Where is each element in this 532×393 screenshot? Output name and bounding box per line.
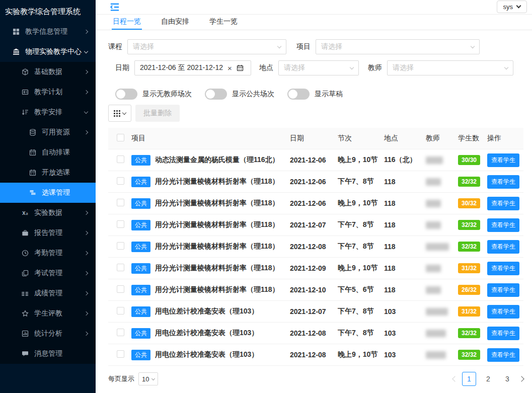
col-header-date: 日期 xyxy=(290,134,338,143)
view-students-button[interactable]: 查看学生 xyxy=(487,197,519,210)
project-select[interactable]: 请选择 xyxy=(316,39,480,54)
menu-fold-icon[interactable] xyxy=(110,2,120,12)
project-name: 用分光计测量棱镜材料折射率（理118） xyxy=(155,220,279,229)
chevron-down-icon xyxy=(350,65,354,69)
sidebar-item-teaching-plan[interactable]: 教学计划 xyxy=(0,82,96,102)
row-checkbox[interactable] xyxy=(117,220,124,228)
sidebar-item-score-mgmt[interactable]: 成绩管理 xyxy=(0,283,96,303)
clear-date-icon[interactable]: × xyxy=(227,64,232,72)
session-location: 118 xyxy=(384,178,426,186)
row-checkbox[interactable] xyxy=(117,307,124,315)
next-page-icon[interactable] xyxy=(518,376,524,381)
sidebar-item-physics-center[interactable]: 物理实验教学中心 xyxy=(0,42,96,62)
row-checkbox[interactable] xyxy=(117,285,124,293)
sidebar-item-course-selection-mgmt[interactable]: 选课管理 xyxy=(0,183,96,203)
project-name: 用电位差计校准毫安表（理103） xyxy=(155,350,258,359)
sidebar-item-report-mgmt[interactable]: 报告管理 xyxy=(0,223,96,243)
tab-free-arrange[interactable]: 自由安排 xyxy=(160,15,190,30)
student-count-badge: 32/32 xyxy=(458,350,480,360)
user-menu-button[interactable]: sys xyxy=(497,1,527,13)
session-date: 2021-12-09 xyxy=(290,264,338,272)
chevron-down-icon xyxy=(122,110,126,114)
sidebar-item-auto-scheduling[interactable]: 自动排课 xyxy=(0,142,96,163)
tab-student-overview[interactable]: 学生一览 xyxy=(208,15,239,30)
view-students-button[interactable]: 查看学生 xyxy=(487,305,519,319)
view-students-button[interactable]: 查看学生 xyxy=(487,218,519,232)
batch-delete-button[interactable]: 批量删除 xyxy=(135,105,180,122)
list-icon xyxy=(29,189,37,197)
view-students-button[interactable]: 查看学生 xyxy=(487,240,519,254)
date-range-value: 2021-12-06 至 2021-12-12 xyxy=(140,63,223,72)
row-checkbox[interactable] xyxy=(117,199,124,206)
table-row: 公共 用分光计测量棱镜材料折射率（理118） 2021-12-06 下午7、8节… xyxy=(108,171,523,193)
view-students-button[interactable]: 查看学生 xyxy=(487,283,519,297)
filter-row-2: 日期 2021-12-06 至 2021-12-12 × 地点 请选择 教师 请… xyxy=(108,60,523,75)
location-select[interactable]: 请选择 xyxy=(278,60,359,75)
show-no-teacher-label: 显示无教师场次 xyxy=(142,90,192,99)
view-students-button[interactable]: 查看学生 xyxy=(487,327,519,340)
row-checkbox[interactable] xyxy=(117,242,124,250)
table-row: 公共 用分光计测量棱镜材料折射率（理118） 2021-12-09 晚上9，10… xyxy=(108,258,523,279)
sidebar-item-available-resources[interactable]: 可用资源 xyxy=(0,122,96,142)
select-all-checkbox[interactable] xyxy=(117,134,124,141)
teacher-name-redacted xyxy=(426,221,441,229)
view-students-button[interactable]: 查看学生 xyxy=(487,348,519,362)
page-button-3[interactable]: 3 xyxy=(500,372,514,386)
session-date: 2021-12-06 xyxy=(290,199,338,207)
show-draft-toggle[interactable] xyxy=(287,89,310,100)
project-name: 用电位差计校准毫安表（理103） xyxy=(155,329,258,338)
sidebar-item-experiment-data[interactable]: x₂ 实验数据 xyxy=(0,203,96,223)
tab-schedule-overview[interactable]: 日程一览 xyxy=(112,15,142,30)
page-size-select[interactable]: 10 xyxy=(138,372,158,385)
session-date: 2021-12-07 xyxy=(290,221,338,229)
sidebar-item-basic-data[interactable]: 基础数据 xyxy=(0,62,96,82)
teacher-name-redacted xyxy=(426,265,441,272)
teacher-name-redacted xyxy=(426,330,446,337)
page-button-1[interactable]: 1 xyxy=(462,372,476,386)
view-students-button[interactable]: 查看学生 xyxy=(487,153,519,167)
session-location: 118 xyxy=(384,221,426,229)
session-period: 下午7、8节 xyxy=(338,307,384,316)
show-public-toggle[interactable] xyxy=(205,89,227,100)
bar-chart-icon xyxy=(21,330,29,338)
student-count-badge: 32/32 xyxy=(458,328,480,338)
row-checkbox[interactable] xyxy=(117,264,124,271)
sidebar-item-message-mgmt[interactable]: 消息管理 xyxy=(0,344,96,364)
column-settings-button[interactable] xyxy=(108,105,131,122)
sidebar-item-teaching-info[interactable]: 教学信息管理 xyxy=(0,22,96,42)
sidebar-item-open-course-selection[interactable]: 开放选课 xyxy=(0,163,96,183)
session-period: 下午7、8节 xyxy=(338,177,384,186)
bank-icon xyxy=(12,48,20,56)
sidebar-item-exam-mgmt[interactable]: 考试管理 xyxy=(0,263,96,283)
teacher-name-redacted xyxy=(426,200,441,207)
row-checkbox[interactable] xyxy=(117,155,124,163)
sidebar-submenu: 基础数据 教学计划 教学安排 可用资源 自动排课 xyxy=(0,62,96,364)
chevron-down-icon xyxy=(151,376,155,380)
user-menu-label: sys xyxy=(503,3,513,11)
col-header-teacher: 教师 xyxy=(426,134,458,143)
prev-page-icon[interactable] xyxy=(452,376,458,381)
row-checkbox[interactable] xyxy=(117,329,124,336)
date-range-input[interactable]: 2021-12-06 至 2021-12-12 × xyxy=(134,60,251,75)
sidebar-item-student-evaluation[interactable]: 学生评教 xyxy=(0,303,96,324)
teacher-select[interactable]: 请选择 xyxy=(387,60,513,75)
show-no-teacher-toggle[interactable] xyxy=(115,89,137,100)
table-row: 公共 用分光计测量棱镜材料折射率（理118） 2021-12-06 晚上9，10… xyxy=(108,193,523,214)
course-select[interactable]: 请选择 xyxy=(127,39,286,54)
student-count-badge: 30/30 xyxy=(458,155,480,165)
student-count-badge: 32/32 xyxy=(458,177,480,187)
page-button-2[interactable]: 2 xyxy=(481,372,495,386)
calendar-icon xyxy=(29,148,37,156)
show-public-label: 显示公共场次 xyxy=(232,90,274,99)
calendar-icon xyxy=(237,64,244,71)
row-checkbox[interactable] xyxy=(117,350,124,358)
session-period: 下午7、8节 xyxy=(338,329,384,338)
sidebar-item-teaching-arrange[interactable]: 教学安排 xyxy=(0,102,96,122)
public-badge: 公共 xyxy=(131,350,150,360)
view-students-button[interactable]: 查看学生 xyxy=(487,175,519,189)
sidebar-item-attendance-mgmt[interactable]: 考勤管理 xyxy=(0,243,96,263)
row-checkbox[interactable] xyxy=(117,177,124,185)
view-students-button[interactable]: 查看学生 xyxy=(487,262,519,275)
page-size-value: 10 xyxy=(142,375,149,383)
sidebar-item-statistics[interactable]: 统计分析 xyxy=(0,324,96,344)
